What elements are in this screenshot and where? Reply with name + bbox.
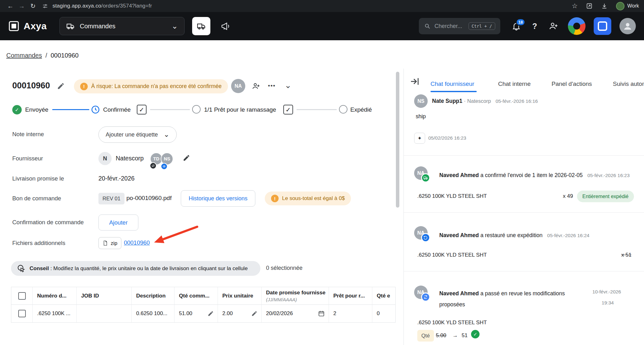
cell-ready: 2 <box>329 305 372 322</box>
profile-label: Work <box>627 3 639 9</box>
promised-delivery-value: 20-févr.-2026 <box>98 175 135 182</box>
row-checkbox[interactable] <box>18 310 26 317</box>
cell-qty[interactable]: 51.00 <box>175 305 218 322</box>
chat-message-body: ship <box>416 113 426 120</box>
pencil-icon[interactable] <box>208 310 214 317</box>
truck-icon <box>66 22 75 31</box>
file-icon <box>103 240 108 246</box>
po-filename-link[interactable]: po-00010960.pdf <box>126 195 172 202</box>
eye-off-icon <box>151 164 155 168</box>
event-action: a restauré une expédition <box>480 232 543 238</box>
step-pickup-icon <box>192 105 201 114</box>
check-icon: ✓ <box>15 107 19 113</box>
url-domain: staging.app.axya.co <box>53 3 101 9</box>
browser-profile-chip[interactable]: Work <box>616 2 639 10</box>
pencil-icon <box>57 82 65 90</box>
eye-icon <box>162 164 166 168</box>
tip-banner: Conseil : Modifiez la quantité, le prix … <box>11 261 260 276</box>
search-placeholder: Chercher... <box>435 23 462 30</box>
bookmark-star-icon[interactable]: ☆ <box>572 2 578 10</box>
viewer-watching-badge <box>161 163 168 170</box>
additional-file-link[interactable]: 00010960 <box>124 239 150 246</box>
announcements-button[interactable] <box>221 21 231 31</box>
cell-value: 0.6250 100... <box>136 310 167 317</box>
shipments-quick-button[interactable] <box>192 17 210 35</box>
notifications-button[interactable]: 18 <box>512 21 521 31</box>
event-item-qty-removed: x 51 <box>621 252 631 258</box>
person-add-icon <box>252 82 260 91</box>
ai-suggestion-button[interactable]: ✦ <box>414 133 425 144</box>
collapse-header-button[interactable]: ⌄ <box>285 81 291 90</box>
more-actions-button[interactable]: ••• <box>268 82 275 89</box>
invite-user-button[interactable] <box>548 21 558 31</box>
check-icon: ✓ <box>473 331 477 337</box>
site-info-button[interactable] <box>42 3 48 9</box>
url-path: /orders/3574?lang=fr <box>101 3 152 9</box>
edit-supplier-button[interactable] <box>183 154 190 162</box>
vertical-scrollbar-thumb[interactable] <box>396 72 399 208</box>
downloads-button[interactable] <box>601 3 608 9</box>
tip-bold: Conseil <box>30 265 49 271</box>
step-sent-label: Envoyée <box>25 106 48 113</box>
checkbox-pickup[interactable]: ✓ <box>283 105 293 114</box>
module-select[interactable]: Commandes ⌄ <box>59 17 185 35</box>
user-avatar[interactable] <box>619 18 636 34</box>
warning-icon: ! <box>80 83 88 90</box>
collapse-panel-button[interactable] <box>409 76 420 87</box>
back-button[interactable]: ← <box>5 1 16 11</box>
axya-logo[interactable]: Axya <box>8 20 47 32</box>
app-wheel-logo[interactable] <box>568 17 586 35</box>
cell-price[interactable]: 2.00 <box>218 305 262 322</box>
old-value: 5.00 <box>436 332 446 339</box>
logo-text: Axya <box>24 21 47 31</box>
cell-value: 20/02/2026 <box>266 310 293 317</box>
event-item-name: .6250 100K YLD STEEL SHT <box>417 252 487 258</box>
reload-button[interactable]: ↻ <box>28 1 38 11</box>
pencil-icon[interactable] <box>251 310 258 317</box>
cell-shipped: 0 <box>372 305 395 322</box>
global-search[interactable]: Chercher... Ctrl + / <box>419 18 500 34</box>
help-button[interactable]: ? <box>532 22 537 31</box>
col-header-price: Prix unitaire <box>218 287 262 305</box>
tab-panel-actions[interactable]: Panel d'actions <box>552 81 592 87</box>
notification-badge: 18 <box>516 19 525 26</box>
chevron-down-icon: ⌄ <box>164 131 169 139</box>
col-header-date-format: (JJ/MM/AAAA) <box>266 297 329 302</box>
calendar-icon[interactable] <box>318 310 325 317</box>
step-confirmed-icon <box>91 105 100 114</box>
forward-button[interactable]: → <box>16 1 27 11</box>
message-author: Nate Supp1 <box>432 98 462 104</box>
shipment-badge <box>421 173 430 182</box>
version-history-button[interactable]: Historique des versions <box>181 190 255 207</box>
app-blue-logo[interactable] <box>594 17 611 35</box>
share-order-button[interactable] <box>252 82 260 91</box>
col-header-label: Qté comm... <box>179 293 218 299</box>
col-header-label: Prêt pour r... <box>333 293 372 299</box>
add-confirmation-button[interactable]: Ajouter <box>98 214 138 231</box>
person-icon <box>622 21 633 31</box>
page-title: 00010960 <box>12 81 50 91</box>
tab-chat-fournisseur[interactable]: Chat fournisseur <box>430 81 474 87</box>
po-revision-chip: REV 01 <box>98 193 125 204</box>
open-in-app-button[interactable] <box>586 3 593 9</box>
event-author: Naveed Ahmed <box>439 290 479 297</box>
forward-icon: → <box>19 3 25 10</box>
truck-icon <box>423 175 428 180</box>
col-header-label: Qté e <box>377 293 395 299</box>
col-header-label: Numéro d... <box>37 293 76 299</box>
assignee-avatar[interactable]: NA <box>231 79 245 93</box>
tab-suivis-automatiques[interactable]: Suivis autom <box>613 81 644 87</box>
col-header-label: Prix unitaire <box>222 293 261 299</box>
cell-value: 2.00 <box>222 310 233 317</box>
col-header-qty: Qté comm... <box>175 287 218 305</box>
address-bar[interactable]: staging.app.axya.co/orders/3574?lang=fr <box>53 3 152 9</box>
active-tab-underline <box>430 91 477 92</box>
edit-title-button[interactable] <box>57 82 65 90</box>
cell-date[interactable]: 20/02/2026 <box>262 305 329 322</box>
add-tag-dropdown[interactable]: Ajouter une étiquette ⌄ <box>98 126 177 143</box>
chrome-actions: ☆ Work <box>572 2 639 10</box>
po-label: Bon de commande <box>12 195 61 202</box>
checkbox-confirmed[interactable]: ✓ <box>137 105 147 114</box>
tab-chat-interne[interactable]: Chat interne <box>498 81 531 87</box>
select-all-checkbox[interactable] <box>18 292 26 300</box>
